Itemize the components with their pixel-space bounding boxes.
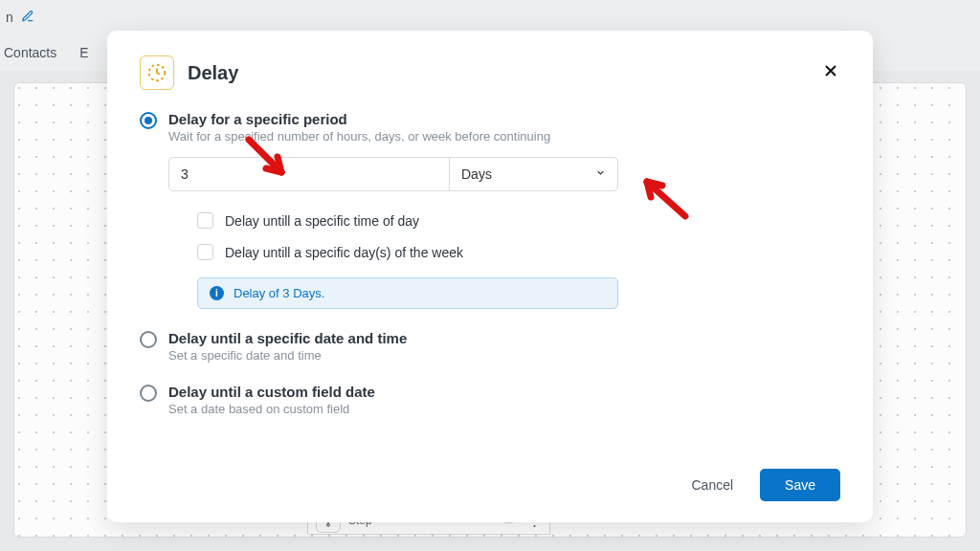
option1-desc: Wait for a specified number of hours, da… bbox=[168, 129, 550, 143]
option-specific-date: Delay until a specific date and time Set… bbox=[140, 330, 840, 363]
checkbox-time-of-day[interactable] bbox=[197, 212, 213, 229]
delay-summary-text: Delay of 3 Days. bbox=[234, 286, 324, 300]
radio-specific-period[interactable] bbox=[140, 112, 157, 129]
close-icon[interactable] bbox=[821, 61, 840, 84]
chevron-down-icon bbox=[595, 167, 606, 181]
info-icon: i bbox=[210, 286, 224, 300]
option2-desc: Set a specific date and time bbox=[168, 348, 407, 363]
cancel-button[interactable]: Cancel bbox=[685, 470, 739, 500]
delay-summary-info: i Delay of 3 Days. bbox=[197, 277, 618, 309]
background-header: n bbox=[0, 0, 980, 34]
option-custom-field: Delay until a custom field date Set a da… bbox=[140, 384, 840, 416]
option2-title: Delay until a specific date and time bbox=[168, 330, 407, 346]
checkbox-time-of-day-row[interactable]: Delay untill a specific time of day bbox=[197, 212, 840, 229]
delay-icon bbox=[140, 55, 174, 90]
save-button[interactable]: Save bbox=[760, 469, 840, 501]
radio-specific-date[interactable] bbox=[140, 331, 157, 348]
modal-title: Delay bbox=[188, 62, 808, 84]
checkbox-day-of-week-label: Delay untill a specific day(s) of the we… bbox=[225, 245, 463, 260]
period-unit-label: Days bbox=[461, 166, 492, 182]
period-value-input[interactable] bbox=[169, 158, 449, 190]
option3-title: Delay until a custom field date bbox=[168, 384, 375, 400]
option3-desc: Set a date based on custom field bbox=[168, 402, 375, 416]
svg-point-2 bbox=[327, 523, 330, 526]
nav-contacts[interactable]: Contacts bbox=[4, 45, 56, 60]
header-text-fragment: n bbox=[6, 10, 13, 25]
period-input-group: Days bbox=[168, 157, 618, 191]
checkbox-day-of-week[interactable] bbox=[197, 244, 213, 260]
option-specific-period: Delay for a specific period Wait for a s… bbox=[140, 111, 840, 309]
delay-modal: Delay Delay for a specific period Wait f… bbox=[107, 31, 873, 522]
option1-title: Delay for a specific period bbox=[168, 111, 550, 127]
modal-header: Delay bbox=[140, 55, 840, 90]
period-unit-select[interactable]: Days bbox=[449, 158, 617, 190]
checkbox-day-of-week-row[interactable]: Delay untill a specific day(s) of the we… bbox=[197, 244, 840, 260]
radio-custom-field[interactable] bbox=[140, 385, 157, 402]
checkbox-time-of-day-label: Delay untill a specific time of day bbox=[225, 213, 419, 229]
nav-item-fragment[interactable]: E bbox=[79, 45, 88, 60]
modal-footer: Cancel Save bbox=[140, 469, 840, 501]
edit-icon[interactable] bbox=[21, 10, 34, 26]
